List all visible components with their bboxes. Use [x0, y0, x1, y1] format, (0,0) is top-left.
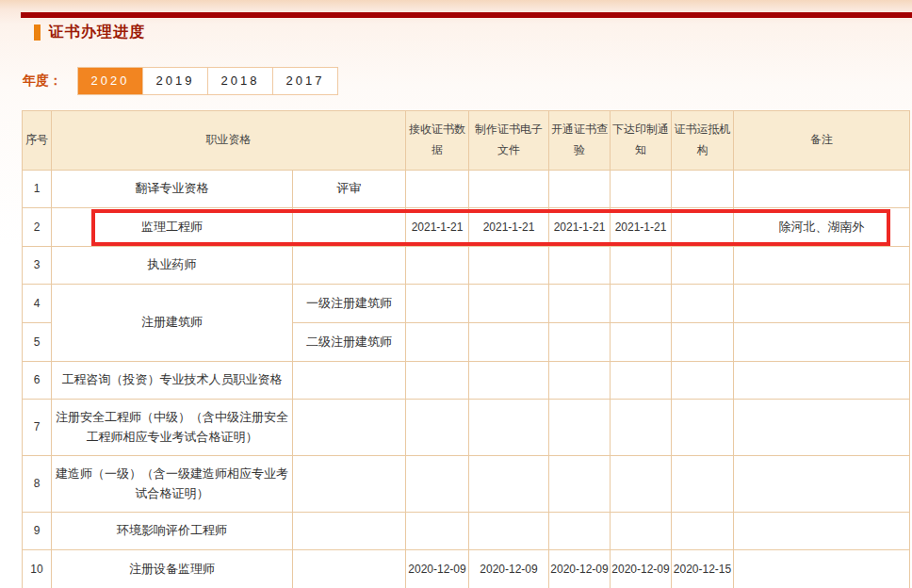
arrive-cell: [672, 456, 734, 513]
remark-cell: [734, 456, 910, 513]
check-cell: [549, 456, 611, 513]
receive-cell: 2021-1-21: [406, 208, 469, 247]
table-header-row: 序号 职业资格 接收证书数据 制作证书电子文件 开通证书查验 下达印制通知 证书…: [23, 111, 910, 171]
sub-qualification-cell: [293, 513, 406, 550]
sub-qualification-cell: [293, 247, 406, 285]
page-title: 证书办理进度: [49, 23, 145, 42]
receive-cell: 2020-12-09: [406, 550, 469, 588]
remark-cell: [734, 550, 910, 588]
make-cell: [469, 400, 549, 456]
receive-cell: [406, 400, 469, 456]
title-accent-icon: [34, 24, 41, 41]
arrive-cell: [672, 208, 734, 247]
col-header-no: 序号: [23, 111, 52, 171]
qualification-cell: 注册建筑师: [52, 285, 293, 362]
receive-cell: [406, 323, 469, 362]
make-cell: [469, 285, 549, 323]
row-no: 9: [23, 513, 52, 550]
sub-qualification-cell: [293, 208, 406, 247]
check-cell: 2021-1-21: [549, 208, 611, 247]
arrive-cell: [672, 247, 734, 285]
notify-cell: 2021-1-21: [611, 208, 672, 247]
sub-qualification-cell: [293, 550, 406, 588]
sub-qualification-cell: 一级注册建筑师: [293, 285, 406, 323]
receive-cell: [406, 362, 469, 400]
notify-cell: [611, 247, 672, 285]
year-label: 年度：: [23, 73, 62, 90]
remark-cell: [734, 323, 910, 362]
row-no: 6: [23, 362, 52, 400]
check-cell: [549, 362, 611, 400]
remark-cell: [734, 247, 910, 285]
check-cell: [549, 247, 611, 285]
table-row: 4 注册建筑师 一级注册建筑师: [23, 285, 910, 323]
table-row: 8 建造师（一级）（含一级建造师相应专业考试合格证明）: [23, 456, 910, 513]
col-header-arrive: 证书运抵机构: [672, 111, 734, 171]
make-cell: [469, 171, 549, 208]
notify-cell: [611, 323, 672, 362]
remark-cell: [734, 285, 910, 323]
year-tab-2017[interactable]: 2017: [273, 68, 337, 94]
row-no: 2: [23, 208, 52, 247]
table-row: 3 执业药师: [23, 247, 910, 285]
make-cell: 2020-12-09: [469, 550, 549, 588]
make-cell: [469, 323, 549, 362]
notify-cell: 2020-12-09: [611, 550, 672, 588]
make-cell: 2021-1-21: [469, 208, 549, 247]
year-filter: 年度： 2020 2019 2018 2017: [23, 67, 338, 95]
make-cell: [469, 362, 549, 400]
qualification-cell: 翻译专业资格: [52, 171, 293, 208]
make-cell: [469, 513, 549, 550]
table-row: 1 翻译专业资格 评审: [23, 171, 910, 208]
receive-cell: [406, 247, 469, 285]
certificate-progress-table: 序号 职业资格 接收证书数据 制作证书电子文件 开通证书查验 下达印制通知 证书…: [22, 110, 910, 588]
receive-cell: [406, 513, 469, 550]
sub-qualification-cell: 评审: [293, 171, 406, 208]
col-header-notify: 下达印制通知: [611, 111, 672, 171]
check-cell: 2020-12-09: [549, 550, 611, 588]
notify-cell: [611, 400, 672, 456]
check-cell: [549, 171, 611, 208]
check-cell: [549, 323, 611, 362]
qualification-cell: 建造师（一级）（含一级建造师相应专业考试合格证明）: [52, 456, 293, 513]
col-header-receive: 接收证书数据: [406, 111, 469, 171]
remark-cell: [734, 400, 910, 456]
year-tab-2018[interactable]: 2018: [208, 68, 273, 94]
table-row-highlighted: 2 监理工程师 2021-1-21 2021-1-21 2021-1-21 20…: [23, 208, 910, 247]
remark-cell: 除河北、湖南外: [734, 208, 910, 247]
sub-qualification-cell: [293, 456, 406, 513]
qualification-cell: 注册安全工程师（中级）（含中级注册安全工程师相应专业考试合格证明）: [52, 400, 293, 456]
col-header-qualification: 职业资格: [52, 111, 406, 171]
table-row: 10 注册设备监理师 2020-12-09 2020-12-09 2020-12…: [23, 550, 910, 588]
make-cell: [469, 247, 549, 285]
row-no: 5: [23, 323, 52, 362]
row-no: 3: [23, 247, 52, 285]
arrive-cell: [672, 171, 734, 208]
year-tab-2020[interactable]: 2020: [78, 68, 143, 94]
arrive-cell: [672, 362, 734, 400]
arrive-cell: 2020-12-15: [672, 550, 734, 588]
year-tab-2019[interactable]: 2019: [143, 68, 208, 94]
year-tab-group: 2020 2019 2018 2017: [77, 67, 338, 95]
qualification-cell: 监理工程师: [52, 208, 293, 247]
row-no: 7: [23, 400, 52, 456]
qualification-cell: 执业药师: [52, 247, 293, 285]
col-header-remark: 备注: [734, 111, 910, 171]
row-no: 8: [23, 456, 52, 513]
col-header-make: 制作证书电子文件: [469, 111, 549, 171]
qualification-cell: 环境影响评价工程师: [52, 513, 293, 550]
notify-cell: [611, 362, 672, 400]
check-cell: [549, 285, 611, 323]
notify-cell: [611, 456, 672, 513]
remark-cell: [734, 513, 910, 550]
sub-qualification-cell: 二级注册建筑师: [293, 323, 406, 362]
notify-cell: [611, 171, 672, 208]
section-header: 证书办理进度: [34, 22, 145, 42]
arrive-cell: [672, 513, 734, 550]
sub-qualification-cell: [293, 400, 406, 456]
notify-cell: [611, 513, 672, 550]
top-divider-bar: [21, 12, 912, 18]
receive-cell: [406, 285, 469, 323]
make-cell: [469, 456, 549, 513]
table-row: 7 注册安全工程师（中级）（含中级注册安全工程师相应专业考试合格证明）: [23, 400, 910, 456]
